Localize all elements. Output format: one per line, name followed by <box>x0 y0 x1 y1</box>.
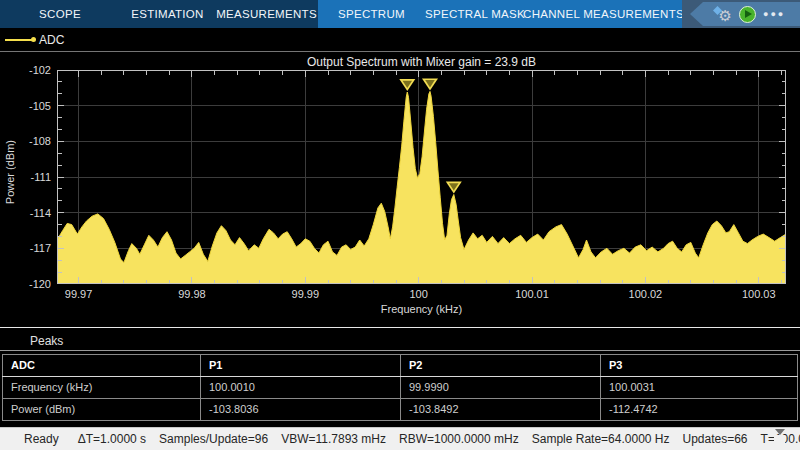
peaks-table-header-row: ADCP1P2P3 <box>3 355 798 377</box>
x-tick-label: 99.98 <box>178 288 206 300</box>
value-cell: 100.0010 <box>201 377 401 399</box>
status-item: VBW=11.7893 mHz <box>281 432 386 446</box>
status-bar: Ready ΔT=1.0000 sSamples/Update=96VBW=11… <box>0 427 800 450</box>
status-item: Sample Rate=64.0000 Hz <box>532 432 670 446</box>
settings-icon[interactable]: ⚙ <box>712 4 732 24</box>
plot-title: Output Spectrum with Mixer gain = 23.9 d… <box>57 55 786 69</box>
peaks-col-header-p2: P2 <box>401 355 601 377</box>
peaks-panel: Peaks ADCP1P2P3 Frequency (kHz)100.00109… <box>0 327 800 427</box>
peaks-table: ADCP1P2P3 Frequency (kHz)100.001099.9990… <box>2 354 798 421</box>
status-item: RBW=1000.0000 mHz <box>399 432 519 446</box>
x-tick-label: 100.01 <box>515 288 549 300</box>
status-item: Updates=66 <box>682 432 747 446</box>
peaks-col-header-adc: ADC <box>3 355 201 377</box>
tab-measurements[interactable]: MEASUREMENTS <box>215 0 318 28</box>
tab-group-spectrum-analyzer: SPECTRUMSPECTRAL MASKCHANNEL MEASUREMENT… <box>318 0 682 28</box>
tab-scope[interactable]: SCOPE <box>0 0 120 28</box>
y-tick-label: -111 <box>0 171 51 183</box>
x-axis-label: Frequency (kHz) <box>57 303 786 315</box>
legend-line-swatch <box>5 39 32 41</box>
y-tick-label: -108 <box>0 135 51 147</box>
y-tick-label: -120 <box>0 278 51 290</box>
toolstrip-right-panel: ⚙ ●●● <box>682 0 800 28</box>
value-cell: 99.9990 <box>401 377 601 399</box>
y-tick-label: -114 <box>0 207 51 219</box>
x-tick-label: 99.97 <box>65 288 93 300</box>
status-items: ΔT=1.0000 sSamples/Update=96VBW=11.7893 … <box>78 432 800 446</box>
row-label-cell: Frequency (kHz) <box>3 377 201 399</box>
tab-group-main: SCOPEESTIMATIONMEASUREMENTS <box>0 0 318 28</box>
y-tick-label: -105 <box>0 100 51 112</box>
peaks-col-header-p3: P3 <box>601 355 798 377</box>
status-state: Ready <box>24 432 59 446</box>
gear-icon: ⚙ <box>719 6 732 26</box>
dock-triangle-icon <box>775 429 785 449</box>
tab-estimation[interactable]: ESTIMATION <box>120 0 215 28</box>
status-item: ΔT=1.0000 s <box>78 432 146 446</box>
table-row: Power (dBm)-103.8036-103.8492-112.4742 <box>3 399 798 421</box>
legend-series-label: ADC <box>39 33 64 47</box>
value-cell: -112.4742 <box>601 399 798 421</box>
x-tick-label: 100.02 <box>629 288 663 300</box>
legend-bar: ADC <box>0 28 800 52</box>
run-icon[interactable] <box>739 6 756 23</box>
spectrum-plot-canvas[interactable] <box>57 70 786 284</box>
value-cell: -103.8036 <box>201 399 401 421</box>
tab-spectral-mask[interactable]: SPECTRAL MASK <box>425 0 525 28</box>
spectrum-plot-panel: Output Spectrum with Mixer gain = 23.9 d… <box>0 52 800 327</box>
status-item: Samples/Update=96 <box>159 432 268 446</box>
tab-spectrum[interactable]: SPECTRUM <box>318 0 425 28</box>
more-options-icon[interactable]: ●●● <box>763 9 785 19</box>
peaks-panel-title: Peaks <box>30 334 63 348</box>
toolstrip-tabbar: SCOPEESTIMATIONMEASUREMENTS SPECTRUMSPEC… <box>0 0 800 28</box>
value-cell: -103.8492 <box>401 399 601 421</box>
peaks-col-header-p1: P1 <box>201 355 401 377</box>
value-cell: 100.0031 <box>601 377 798 399</box>
y-tick-label: -117 <box>0 242 51 254</box>
tab-channel-measurements[interactable]: CHANNEL MEASUREMENTS <box>525 0 682 28</box>
table-row: Frequency (kHz)100.001099.9990100.0031 <box>3 377 798 399</box>
y-tick-label: -102 <box>0 64 51 76</box>
legend-item-adc[interactable]: ADC <box>0 28 64 51</box>
toolstrip-collapse-arrow: ⚙ ●●● <box>690 2 800 26</box>
peaks-title-underline <box>0 350 800 351</box>
x-tick-label: 100 <box>409 288 427 300</box>
legend-marker-dot <box>31 37 36 42</box>
x-tick-label: 100.03 <box>742 288 776 300</box>
x-tick-label: 99.99 <box>292 288 320 300</box>
row-label-cell: Power (dBm) <box>3 399 201 421</box>
dock-icon[interactable] <box>774 435 785 449</box>
